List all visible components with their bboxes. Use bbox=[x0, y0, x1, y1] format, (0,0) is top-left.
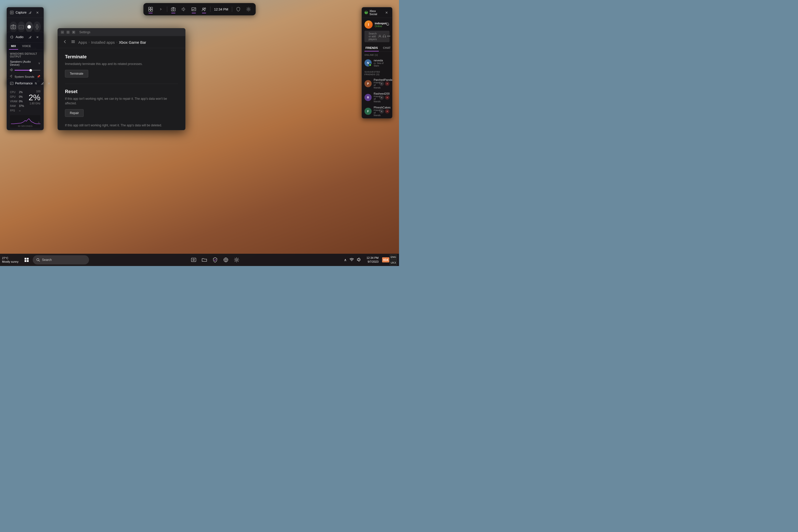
tray-network-icon[interactable] bbox=[348, 257, 355, 263]
xbox-search-box[interactable]: Search or add players ••• bbox=[364, 31, 390, 42]
svg-rect-38 bbox=[374, 63, 376, 64]
start-button[interactable] bbox=[21, 255, 32, 265]
xbox-social-title: Xbox Social bbox=[364, 10, 384, 16]
gamebar-shield-icon[interactable] bbox=[233, 5, 243, 14]
reset-title: Reset bbox=[65, 89, 178, 94]
taskbar-settings-btn[interactable] bbox=[231, 255, 242, 265]
capture-widget-controls: ✕ bbox=[27, 10, 40, 16]
friend-row-phreshcakes[interactable]: F PhreshCakes Friend of friends + ✕ bbox=[362, 104, 392, 118]
xbox-search-action-icons: ••• bbox=[378, 35, 390, 39]
taskbar-shield-btn[interactable] bbox=[210, 255, 220, 265]
perf-sub-label: 1.80 GHz bbox=[25, 102, 40, 105]
friend-avatar-neveda: N bbox=[364, 59, 372, 66]
taskbar-folder-btn[interactable] bbox=[199, 255, 209, 265]
xbox-user-avatar: I bbox=[364, 20, 373, 28]
dismiss-friend-parchedpanda-btn[interactable]: ✕ bbox=[385, 81, 390, 86]
audio-pin-btn[interactable] bbox=[27, 34, 33, 40]
add-friend-phreshcakes-btn[interactable]: + bbox=[379, 109, 384, 114]
dismiss-friend-phreshcakes-btn[interactable]: ✕ bbox=[385, 109, 390, 114]
tab-voice[interactable]: VOICE bbox=[20, 42, 33, 50]
clock-time: 12:34 PM bbox=[366, 256, 379, 260]
win-close-btn[interactable]: ✕ bbox=[72, 31, 75, 34]
taskbar-photo-btn[interactable] bbox=[189, 255, 199, 265]
audio-device-chevron[interactable]: ∨ bbox=[38, 61, 40, 65]
friend-row-parchedpanda[interactable]: P ParchedPanda722 Friend of friends + ✕ bbox=[362, 77, 392, 91]
terminate-btn[interactable]: Terminate bbox=[65, 70, 88, 77]
gpu-label: GPU bbox=[10, 95, 17, 99]
gamebar-performance-icon[interactable] bbox=[189, 5, 198, 14]
add-friend-rasheed-btn[interactable]: + bbox=[379, 95, 384, 100]
settings-window-title: Settings bbox=[79, 31, 90, 34]
capture-widget-header: Capture ✕ bbox=[7, 7, 43, 18]
xbox-more-icon[interactable]: ••• bbox=[387, 35, 390, 39]
weather-desc: Mostly sunny bbox=[2, 260, 18, 263]
taskbar-browser-btn[interactable] bbox=[221, 255, 231, 265]
tab-mix[interactable]: MIX bbox=[9, 42, 18, 50]
gamebar-social-icon[interactable] bbox=[200, 5, 209, 14]
taskbar-search[interactable]: Search bbox=[33, 255, 89, 264]
repair-btn[interactable]: Repair bbox=[65, 109, 84, 117]
settings-content: Terminate Immediately terminate this app… bbox=[58, 48, 185, 130]
system-sounds-pin[interactable]: 📌 bbox=[37, 75, 40, 78]
capture-icon bbox=[10, 11, 14, 14]
tray-chevron-icon[interactable]: ∧ bbox=[343, 257, 347, 263]
xbox-social-close-btn[interactable]: ✕ bbox=[384, 10, 390, 16]
main-volume-track[interactable] bbox=[15, 70, 40, 71]
settings-back-btn[interactable] bbox=[62, 39, 68, 46]
weather-info[interactable]: 27°C Mostly sunny bbox=[2, 256, 18, 264]
dismiss-friend-rasheed-btn[interactable]: ✕ bbox=[385, 95, 390, 100]
friend-game-neveda: Sea of Stars bbox=[374, 62, 390, 67]
win-maximize-btn[interactable]: □ bbox=[66, 31, 70, 34]
fps-val: -- bbox=[19, 109, 24, 113]
capture-pin-btn[interactable] bbox=[27, 10, 33, 16]
gamebar-expand-icon[interactable] bbox=[156, 5, 166, 14]
add-friend-parchedpanda-btn[interactable]: + bbox=[379, 81, 384, 86]
tab-chat[interactable]: CHAT bbox=[382, 44, 392, 52]
svg-rect-0 bbox=[149, 7, 150, 9]
online-section-label: ONLINE (1) bbox=[362, 52, 392, 57]
svg-line-40 bbox=[39, 261, 40, 262]
friend-info-parchedpanda: ParchedPanda722 Friend of friends bbox=[374, 78, 377, 89]
gamebar-audio-icon[interactable] bbox=[179, 5, 188, 14]
system-tray: ∧ bbox=[341, 256, 364, 263]
perf-stats-labels: CPU GPU VRAM RAM FPS bbox=[10, 90, 17, 113]
tab-friends[interactable]: FRIENDS bbox=[364, 44, 379, 52]
gif-btn[interactable]: GIF bbox=[17, 21, 25, 32]
friend-row-neveda[interactable]: N neveda Sea of Stars bbox=[362, 57, 392, 69]
gamebar-settings-icon[interactable] bbox=[244, 5, 253, 14]
main-volume-thumb[interactable] bbox=[30, 69, 32, 72]
start-icon bbox=[24, 258, 28, 262]
xbox-status: Online bbox=[375, 25, 384, 27]
screenshot-btn[interactable] bbox=[10, 21, 17, 32]
gamebar-separator bbox=[167, 7, 167, 12]
friend-row-rasheed[interactable]: R Rasheed200 Friend of friends + ✕ bbox=[362, 91, 392, 104]
tray-sound-icon[interactable] bbox=[356, 256, 362, 263]
friend-info-neveda: neveda Sea of Stars bbox=[374, 59, 390, 67]
capture-close-btn[interactable]: ✕ bbox=[34, 10, 40, 16]
breadcrumb-installed-apps[interactable]: Installed apps bbox=[91, 40, 115, 44]
perf-close-btn[interactable]: ✕ bbox=[46, 80, 52, 87]
breadcrumb-xbox-game-bar[interactable]: Xbox Game Bar bbox=[119, 40, 146, 44]
audio-close-btn[interactable]: ✕ bbox=[34, 34, 40, 40]
xbox-add-player-icon[interactable] bbox=[378, 35, 382, 39]
vol-icon bbox=[10, 68, 13, 72]
clock-area[interactable]: 12:34 PM 9/7/2023 bbox=[364, 256, 381, 264]
xbox-social-panel: Xbox Social ✕ I indospot Online Search o… bbox=[362, 7, 392, 118]
gamebar-widget-icon[interactable] bbox=[146, 5, 155, 14]
settings-menu-btn[interactable] bbox=[70, 39, 76, 46]
xbox-bell-icon[interactable] bbox=[386, 22, 390, 27]
xbox-social-header: Xbox Social ✕ bbox=[362, 7, 392, 18]
breadcrumb: Apps › Installed apps › Xbox Game Bar bbox=[78, 40, 146, 44]
xda-label-orange: XDA bbox=[382, 257, 389, 262]
perf-pin-btn[interactable] bbox=[39, 80, 45, 87]
record-btn[interactable] bbox=[25, 21, 33, 32]
perf-tune-btn[interactable] bbox=[33, 80, 39, 87]
xbox-headset-icon[interactable] bbox=[383, 35, 386, 39]
breadcrumb-apps[interactable]: Apps bbox=[78, 40, 87, 44]
svg-rect-37 bbox=[385, 36, 386, 37]
win-minimize-btn[interactable]: ─ bbox=[61, 31, 64, 34]
mic-btn[interactable] bbox=[33, 21, 41, 32]
svg-rect-41 bbox=[191, 258, 196, 262]
xbox-icon bbox=[364, 11, 368, 14]
gamebar-screenshot-icon[interactable] bbox=[169, 5, 178, 14]
